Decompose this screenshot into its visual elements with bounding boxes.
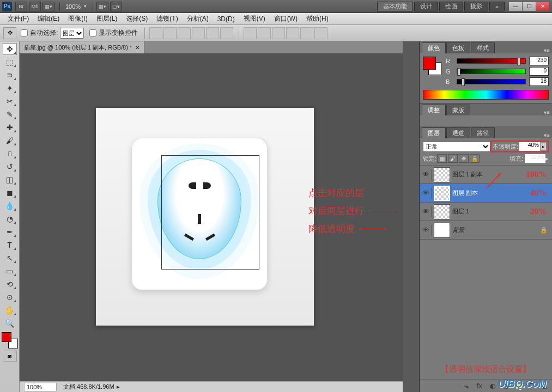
arrange-documents-button[interactable]: ▦▾ bbox=[96, 2, 108, 11]
menu-help[interactable]: 帮助(H) bbox=[302, 13, 333, 24]
tab-color[interactable]: 颜色 bbox=[422, 42, 446, 53]
auto-select-checkbox[interactable] bbox=[21, 29, 28, 36]
maximize-button[interactable]: ☐ bbox=[522, 2, 536, 11]
hand-tool[interactable]: ✋ bbox=[3, 304, 17, 316]
align-left-icon[interactable] bbox=[192, 27, 205, 39]
lock-transparency-icon[interactable]: ▦ bbox=[437, 154, 447, 163]
close-button[interactable]: ✕ bbox=[536, 2, 550, 11]
lasso-tool[interactable]: ⊃ bbox=[3, 69, 17, 81]
menu-window[interactable]: 窗口(W) bbox=[270, 13, 302, 24]
menu-analysis[interactable]: 分析(A) bbox=[183, 13, 213, 24]
layer-row[interactable]: 👁 图层 副本 40% bbox=[420, 184, 552, 203]
distribute-right-icon[interactable] bbox=[314, 27, 327, 39]
visibility-icon[interactable]: 👁 bbox=[421, 169, 432, 180]
layer-thumbnail[interactable] bbox=[434, 186, 450, 201]
b-value[interactable]: 18 bbox=[529, 77, 549, 86]
collapsed-dock[interactable] bbox=[403, 41, 419, 392]
tab-adjustments[interactable]: 调整 bbox=[422, 105, 446, 115]
tab-layers[interactable]: 图层 bbox=[422, 127, 446, 138]
tab-channels[interactable]: 通道 bbox=[446, 127, 470, 138]
lock-position-icon[interactable]: ✥ bbox=[459, 154, 469, 163]
shape-tool[interactable]: ▭ bbox=[3, 265, 17, 277]
align-hcenter-icon[interactable] bbox=[206, 27, 219, 39]
distribute-bottom-icon[interactable] bbox=[272, 27, 285, 39]
opacity-flyout-icon[interactable]: ▸ bbox=[540, 142, 547, 151]
workspace-more[interactable]: » bbox=[489, 2, 505, 11]
layer-row[interactable]: 👁 图层 1 副本 100% bbox=[420, 166, 552, 184]
menu-image[interactable]: 图像(I) bbox=[64, 13, 92, 24]
distribute-vcenter-icon[interactable] bbox=[258, 27, 271, 39]
menu-filter[interactable]: 滤镜(T) bbox=[152, 13, 182, 24]
lock-pixels-icon[interactable]: 🖌 bbox=[448, 154, 458, 163]
quick-mask-button[interactable]: ◙ bbox=[3, 351, 17, 362]
r-value[interactable]: 230 bbox=[529, 57, 549, 65]
zoom-level[interactable]: 100% bbox=[65, 3, 81, 10]
layer-name[interactable]: 图层 1 bbox=[452, 207, 530, 216]
distribute-left-icon[interactable] bbox=[286, 27, 299, 39]
pen-tool[interactable]: ✒ bbox=[3, 226, 17, 238]
eyedropper-tool[interactable]: ✎ bbox=[3, 108, 17, 120]
distribute-hcenter-icon[interactable] bbox=[300, 27, 313, 39]
magic-wand-tool[interactable]: ✦ bbox=[3, 82, 17, 94]
layer-name[interactable]: 图层 1 副本 bbox=[452, 170, 526, 179]
mask-icon[interactable]: ◐ bbox=[488, 381, 498, 391]
show-transform-checkbox[interactable] bbox=[89, 29, 96, 36]
fill-flyout-icon[interactable]: ▸ bbox=[545, 155, 549, 162]
tab-styles[interactable]: 样式 bbox=[471, 42, 495, 53]
g-value[interactable]: 0 bbox=[529, 67, 549, 76]
workspace-painting[interactable]: 绘画 bbox=[439, 2, 463, 11]
type-tool[interactable]: T bbox=[3, 239, 17, 251]
zoom-input[interactable]: 100% bbox=[24, 383, 57, 391]
healing-tool[interactable]: ✚ bbox=[3, 121, 17, 133]
blend-mode-select[interactable]: 正常 bbox=[423, 142, 490, 152]
panel-menu-icon[interactable]: ▾≡ bbox=[544, 132, 550, 138]
minimize-button[interactable]: — bbox=[508, 2, 523, 11]
dodge-tool[interactable]: ◔ bbox=[3, 213, 17, 225]
workspace-photography[interactable]: 摄影 bbox=[464, 2, 488, 11]
visibility-icon[interactable]: 👁 bbox=[421, 206, 432, 217]
view-extras-button[interactable]: ▦▾ bbox=[43, 2, 54, 11]
menu-select[interactable]: 选择(S) bbox=[122, 13, 152, 24]
layer-row[interactable]: 👁 背景 🔒 bbox=[420, 221, 552, 240]
align-top-icon[interactable] bbox=[149, 27, 162, 39]
workspace-essentials[interactable]: 基本功能 bbox=[377, 2, 413, 11]
align-right-icon[interactable] bbox=[220, 27, 233, 39]
foreground-color-swatch[interactable] bbox=[2, 332, 11, 342]
b-slider[interactable] bbox=[457, 79, 526, 84]
stamp-tool[interactable]: ⎍ bbox=[3, 148, 17, 160]
panel-menu-icon[interactable]: ▾≡ bbox=[544, 109, 550, 115]
menu-layer[interactable]: 图层(L) bbox=[92, 13, 122, 24]
layer-name[interactable]: 背景 bbox=[452, 226, 540, 234]
menu-3d[interactable]: 3D(D) bbox=[213, 14, 239, 24]
color-swatch-pair[interactable] bbox=[423, 57, 441, 75]
menu-file[interactable]: 文件(F) bbox=[3, 13, 33, 24]
color-swatches[interactable] bbox=[2, 332, 18, 348]
color-spectrum[interactable] bbox=[423, 90, 549, 100]
r-slider[interactable] bbox=[457, 58, 526, 64]
tab-masks[interactable]: 蒙版 bbox=[446, 105, 470, 115]
document-tab[interactable]: 插座.jpg @ 100% (图层 1 副本, RGB/8) * ✕ bbox=[20, 41, 144, 53]
close-tab-icon[interactable]: ✕ bbox=[135, 45, 139, 51]
link-layers-icon[interactable]: ⬎ bbox=[462, 381, 471, 391]
layer-thumbnail[interactable] bbox=[434, 167, 450, 182]
fx-icon[interactable]: fx bbox=[475, 381, 484, 391]
menu-edit[interactable]: 编辑(E) bbox=[33, 13, 64, 24]
layer-thumbnail[interactable] bbox=[434, 204, 450, 219]
align-bottom-icon[interactable] bbox=[178, 27, 191, 39]
brush-tool[interactable]: 🖌 bbox=[3, 134, 17, 146]
layer-thumbnail[interactable] bbox=[434, 223, 450, 238]
fill-value[interactable]: 100% bbox=[525, 154, 545, 163]
g-slider[interactable] bbox=[457, 69, 526, 74]
info-dropdown-icon[interactable]: ▸ bbox=[117, 383, 120, 390]
tab-paths[interactable]: 路径 bbox=[471, 127, 495, 138]
screen-mode-button[interactable]: ▢▾ bbox=[110, 2, 122, 11]
opacity-value[interactable]: 40% bbox=[519, 142, 540, 151]
history-brush-tool[interactable]: ↺ bbox=[3, 161, 17, 173]
mini-bridge-button[interactable]: Mb bbox=[29, 2, 41, 11]
lock-all-icon[interactable]: 🔒 bbox=[470, 154, 480, 163]
layer-name[interactable]: 图层 副本 bbox=[452, 189, 530, 197]
marquee-tool[interactable]: ⬚ bbox=[3, 56, 17, 68]
align-vcenter-icon[interactable] bbox=[163, 27, 177, 39]
visibility-icon[interactable]: 👁 bbox=[421, 188, 432, 199]
zoom-dropdown-icon[interactable]: ▼ bbox=[83, 4, 89, 9]
